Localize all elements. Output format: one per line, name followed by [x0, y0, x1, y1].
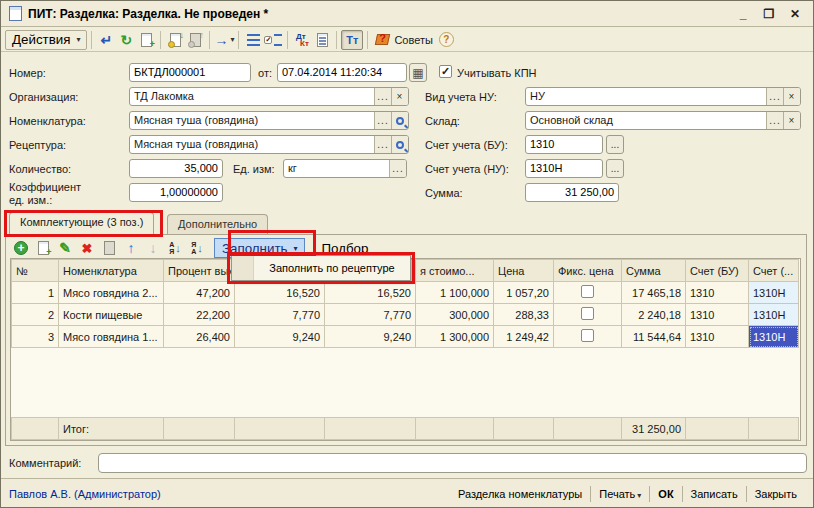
cell-name[interactable]: Мясо говядина 2...: [59, 282, 164, 304]
cell-schet-nu[interactable]: 1310Н: [749, 304, 799, 326]
magnifier-icon[interactable]: [391, 136, 408, 153]
select-ellipsis-icon[interactable]: ...: [606, 159, 624, 178]
checklist-icon[interactable]: ✓: [263, 30, 283, 50]
dt-kt-postings-icon[interactable]: ДтКт: [292, 30, 312, 50]
schet-bu-input[interactable]: 1310: [525, 135, 603, 154]
kpn-checkbox[interactable]: ✓: [439, 65, 452, 78]
col-header-price[interactable]: Цена: [494, 260, 554, 282]
reread-icon[interactable]: ↵: [96, 30, 116, 50]
save-button[interactable]: Записать: [683, 486, 746, 502]
select-ellipsis-icon[interactable]: ...: [374, 88, 391, 105]
col-header-nomenklatura[interactable]: Номенклатура: [59, 260, 164, 282]
refresh-icon[interactable]: ↻: [116, 30, 136, 50]
ok-button[interactable]: ОК: [650, 486, 681, 502]
select-ellipsis-icon[interactable]: ...: [766, 112, 783, 129]
cell-cost[interactable]: 1 100,000: [416, 282, 494, 304]
tips-book-icon[interactable]: ?: [372, 30, 392, 50]
schet-nu-input[interactable]: 1310Н: [525, 159, 603, 178]
go-to-icon[interactable]: →▾: [214, 30, 234, 50]
select-ellipsis-icon[interactable]: ...: [389, 160, 406, 177]
cell-qty1[interactable]: 7,770: [235, 304, 325, 326]
clear-icon[interactable]: ×: [783, 112, 800, 129]
cell-fixed-price[interactable]: [554, 304, 622, 326]
add-row-icon[interactable]: +: [10, 238, 32, 258]
sort-desc-icon[interactable]: ЯА↓: [186, 238, 208, 258]
col-header-cost[interactable]: я стоимо...: [416, 260, 494, 282]
organizaciya-input[interactable]: ТД Лакомка ... ×: [129, 87, 409, 106]
receptura-input[interactable]: Мясная туша (говядина) ...: [129, 135, 409, 154]
cell-qty1[interactable]: 9,240: [235, 326, 325, 348]
journal-icon[interactable]: [312, 30, 332, 50]
col-header-summa[interactable]: Сумма: [622, 260, 686, 282]
cell-fixed-price[interactable]: [554, 282, 622, 304]
select-ellipsis-icon[interactable]: ...: [606, 135, 624, 154]
cell-qty2[interactable]: 16,520: [325, 282, 416, 304]
sort-asc-icon[interactable]: АЯ↓: [164, 238, 186, 258]
date-input[interactable]: 07.04.2014 11:20:34: [277, 63, 407, 82]
cell-name[interactable]: Мясо говядина 1...: [59, 326, 164, 348]
cell-qty2[interactable]: 9,240: [325, 326, 416, 348]
cell-num[interactable]: 3: [12, 326, 59, 348]
col-header-num[interactable]: №: [12, 260, 59, 282]
cell-name[interactable]: Кости пищевые: [59, 304, 164, 326]
cell-cost[interactable]: 1 300,000: [416, 326, 494, 348]
cell-fixed-price[interactable]: [554, 326, 622, 348]
kpn-checkbox-label[interactable]: Учитывать КПН: [457, 67, 537, 79]
clear-icon[interactable]: ×: [391, 88, 408, 105]
cell-num[interactable]: 1: [12, 282, 59, 304]
cell-qty2[interactable]: 7,770: [325, 304, 416, 326]
select-ellipsis-icon[interactable]: ...: [374, 136, 391, 153]
minimize-button[interactable]: _: [735, 7, 751, 21]
copy-document-icon[interactable]: +: [136, 30, 156, 50]
tab-komplektuyushchie[interactable]: Комплектующие (3 поз.): [9, 212, 154, 235]
nomer-input[interactable]: БКТДЛ000001: [129, 63, 251, 82]
cell-qty1[interactable]: 16,520: [235, 282, 325, 304]
delete-row-icon[interactable]: ✖: [76, 238, 98, 258]
col-header-fixed-price[interactable]: Фикс. цена: [554, 260, 622, 282]
help-icon[interactable]: ?: [439, 32, 454, 47]
nomenklatura-input[interactable]: Мясная туша (говядина) ...: [129, 111, 409, 130]
magnifier-icon[interactable]: [391, 112, 408, 129]
totals-toggle-button[interactable]: Тт: [341, 30, 363, 50]
col-header-schet-bu[interactable]: Счет (БУ): [686, 260, 749, 282]
print-dropdown-button[interactable]: Печать▾: [591, 486, 649, 502]
cell-summa[interactable]: 17 465,18: [622, 282, 686, 304]
razdelka-nomenklatury-button[interactable]: Разделка номенклатуры: [450, 486, 590, 502]
cell-schet-bu[interactable]: 1310: [686, 326, 749, 348]
maximize-button[interactable]: ❐: [761, 7, 777, 21]
cell-price[interactable]: 1 057,20: [494, 282, 554, 304]
cell-price[interactable]: 1 249,42: [494, 326, 554, 348]
close-button[interactable]: ✕: [787, 7, 803, 21]
cell-summa[interactable]: 2 240,18: [622, 304, 686, 326]
cell-percent[interactable]: 22,200: [164, 304, 235, 326]
edit-row-icon[interactable]: ✎: [54, 238, 76, 258]
col-header-schet-nu[interactable]: Счет (...: [749, 260, 799, 282]
close-window-button[interactable]: Закрыть: [747, 486, 805, 502]
actions-menu-button[interactable]: Действия▾: [5, 30, 87, 50]
structure-list-icon[interactable]: [243, 30, 263, 50]
cell-percent[interactable]: 26,400: [164, 326, 235, 348]
post-document-icon[interactable]: ↓: [165, 30, 185, 50]
cell-num[interactable]: 2: [12, 304, 59, 326]
cell-cost[interactable]: 300,000: [416, 304, 494, 326]
vid-ucheta-nu-input[interactable]: НУ ... ×: [525, 87, 801, 106]
cell-price[interactable]: 288,33: [494, 304, 554, 326]
move-up-icon[interactable]: ↑: [120, 238, 142, 258]
menu-item-fill-by-recipe[interactable]: Заполнить по рецептуре: [254, 262, 410, 274]
cell-schet-nu-selected[interactable]: 1310Н: [749, 326, 799, 348]
ed-izm-input[interactable]: кг ...: [283, 159, 407, 178]
cell-schet-bu[interactable]: 1310: [686, 304, 749, 326]
cell-schet-nu[interactable]: 1310Н: [749, 282, 799, 304]
user-link[interactable]: Павлов А.В. (Администратор): [9, 488, 161, 500]
calendar-button[interactable]: ▦: [409, 63, 427, 82]
cell-summa[interactable]: 11 544,64: [622, 326, 686, 348]
tips-label[interactable]: Советы: [394, 34, 432, 46]
col-header-percent[interactable]: Процент вых...: [164, 260, 235, 282]
cell-schet-bu[interactable]: 1310: [686, 282, 749, 304]
select-ellipsis-icon[interactable]: ...: [374, 112, 391, 129]
tab-dopolnitelno[interactable]: Дополнительно: [167, 214, 268, 234]
clear-icon[interactable]: ×: [783, 88, 800, 105]
comment-input[interactable]: [98, 453, 807, 473]
kolichestvo-input[interactable]: 35,000: [129, 159, 223, 178]
koefficient-input[interactable]: 1,00000000: [129, 183, 223, 202]
